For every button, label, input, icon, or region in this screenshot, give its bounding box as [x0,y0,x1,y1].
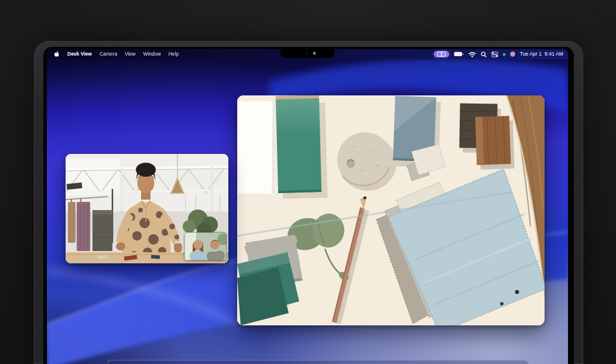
display-notch [280,49,334,58]
display-bezel: Desk View Camera View Window Help [43,47,574,364]
apple-logo-icon [54,51,60,57]
white-tile [238,101,275,194]
walnut-wood-sample [475,116,515,170]
clock-date: Tue Apr 1 [520,49,542,59]
desk-view-window[interactable] [237,95,545,325]
macbook-chassis: Desk View Camera View Window Help [34,41,583,364]
menu-app-name[interactable]: Desk View [67,49,92,59]
clock-time: 9:41 AM [545,49,563,59]
camera-indicator-led [313,52,316,54]
cabinet [93,210,112,251]
siri-icon[interactable] [510,51,515,57]
facetime-camera-lens [306,52,308,54]
screenshot-root: { "menu_bar": { "app_name": "Desk View",… [0,0,616,364]
screen: Desk View Camera View Window Help [47,49,568,364]
desk-view-feed [237,95,545,325]
menu-bar-left: Desk View Camera View Window Help [54,49,179,59]
screen-share-icon [436,51,447,57]
menu-window[interactable]: Window [143,49,160,59]
screen-sharing-indicator[interactable] [434,51,449,57]
battery-icon[interactable] [454,51,464,57]
pip-video [184,232,227,260]
control-center-icon[interactable] [491,51,498,57]
menu-help[interactable]: Help [169,49,179,59]
camera-active-dot [503,53,505,56]
background-window-edge[interactable] [107,360,529,364]
apple-menu[interactable] [54,51,60,57]
menu-camera[interactable]: Camera [100,49,117,59]
teal-tile [276,95,328,199]
spotlight-search-icon[interactable] [481,51,487,57]
menu-bar-status: Tue Apr 1 9:41 AM [434,49,563,59]
menu-bar-clock[interactable]: Tue Apr 1 9:41 AM [520,49,563,59]
wifi-icon[interactable] [468,51,476,57]
video-call-window[interactable] [66,154,228,263]
menu-view[interactable]: View [125,49,135,59]
pip-participants[interactable] [184,232,227,260]
